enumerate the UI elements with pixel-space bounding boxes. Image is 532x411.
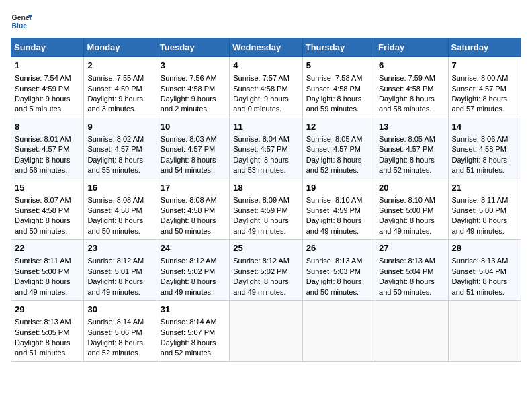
daylight-label: Daylight: 8 hours and 52 minutes.: [379, 156, 435, 174]
sunrise-label: Sunrise: 8:13 AM: [379, 257, 435, 265]
sunset-label: Sunset: 4:58 PM: [87, 206, 142, 214]
sunset-label: Sunset: 4:57 PM: [452, 85, 506, 93]
daylight-label: Daylight: 8 hours and 55 minutes.: [87, 156, 143, 174]
sunset-label: Sunset: 5:00 PM: [15, 267, 69, 275]
daylight-label: Daylight: 8 hours and 53 minutes.: [233, 156, 289, 174]
weekday-header: Friday: [375, 38, 448, 57]
calendar-week-row: 22 Sunrise: 8:11 AM Sunset: 5:00 PM Dayl…: [11, 240, 521, 301]
day-number: 5: [306, 60, 371, 72]
daylight-label: Daylight: 8 hours and 49 minutes.: [379, 216, 435, 234]
calendar-cell: 13 Sunrise: 8:05 AM Sunset: 4:57 PM Dayl…: [375, 118, 448, 179]
calendar-cell: 14 Sunrise: 8:06 AM Sunset: 4:58 PM Dayl…: [448, 118, 521, 179]
day-number: 4: [233, 60, 298, 72]
sunset-label: Sunset: 4:57 PM: [87, 145, 142, 153]
sunrise-label: Sunrise: 8:05 AM: [379, 135, 435, 143]
day-number: 10: [161, 121, 226, 133]
daylight-label: Daylight: 9 hours and 0 minutes.: [233, 95, 289, 113]
sunrise-label: Sunrise: 8:14 AM: [161, 318, 217, 326]
day-number: 27: [379, 242, 444, 255]
sunset-label: Sunset: 5:06 PM: [87, 328, 142, 336]
sunset-label: Sunset: 5:07 PM: [161, 328, 215, 336]
sunset-label: Sunset: 5:01 PM: [87, 267, 142, 275]
sunset-label: Sunset: 4:59 PM: [306, 206, 361, 214]
calendar-cell: 30 Sunrise: 8:14 AM Sunset: 5:06 PM Dayl…: [84, 301, 157, 362]
sunrise-label: Sunrise: 8:09 AM: [233, 196, 290, 204]
sunset-label: Sunset: 5:02 PM: [233, 267, 287, 275]
calendar-cell: 12 Sunrise: 8:05 AM Sunset: 4:57 PM Dayl…: [302, 118, 375, 179]
weekday-header: Monday: [84, 38, 157, 57]
calendar-cell: 17 Sunrise: 8:08 AM Sunset: 4:58 PM Dayl…: [157, 179, 229, 240]
header: General Blue: [11, 11, 521, 32]
calendar-week-row: 1 Sunrise: 7:54 AM Sunset: 4:59 PM Dayli…: [11, 57, 521, 118]
calendar-cell: [230, 301, 302, 362]
calendar-cell: 16 Sunrise: 8:08 AM Sunset: 4:58 PM Dayl…: [84, 179, 157, 240]
day-number: 21: [452, 182, 517, 194]
calendar-cell: 15 Sunrise: 8:07 AM Sunset: 4:58 PM Dayl…: [11, 179, 84, 240]
daylight-label: Daylight: 8 hours and 50 minutes.: [161, 216, 216, 234]
calendar-cell: 31 Sunrise: 8:14 AM Sunset: 5:07 PM Dayl…: [157, 301, 229, 362]
calendar-cell: 7 Sunrise: 8:00 AM Sunset: 4:57 PM Dayli…: [448, 57, 521, 118]
day-number: 24: [161, 242, 226, 255]
daylight-label: Daylight: 8 hours and 49 minutes.: [452, 216, 508, 234]
day-number: 26: [306, 242, 371, 255]
sunrise-label: Sunrise: 8:14 AM: [87, 318, 144, 326]
weekday-header: Saturday: [448, 38, 521, 57]
calendar-cell: [375, 301, 448, 362]
daylight-label: Daylight: 8 hours and 49 minutes.: [15, 277, 71, 295]
sunset-label: Sunset: 4:57 PM: [306, 145, 361, 153]
calendar-cell: 6 Sunrise: 7:59 AM Sunset: 4:58 PM Dayli…: [375, 57, 448, 118]
sunrise-label: Sunrise: 7:56 AM: [161, 74, 217, 82]
sunrise-label: Sunrise: 7:58 AM: [306, 74, 363, 82]
calendar-cell: 11 Sunrise: 8:04 AM Sunset: 4:57 PM Dayl…: [230, 118, 302, 179]
daylight-label: Daylight: 8 hours and 57 minutes.: [452, 95, 508, 113]
daylight-label: Daylight: 8 hours and 52 minutes.: [306, 156, 362, 174]
daylight-label: Daylight: 8 hours and 50 minutes.: [15, 216, 71, 234]
sunrise-label: Sunrise: 8:04 AM: [233, 135, 290, 143]
daylight-label: Daylight: 8 hours and 49 minutes.: [233, 277, 289, 295]
sunset-label: Sunset: 4:59 PM: [87, 85, 142, 93]
calendar-cell: 18 Sunrise: 8:09 AM Sunset: 4:59 PM Dayl…: [230, 179, 302, 240]
sunrise-label: Sunrise: 8:07 AM: [15, 196, 71, 204]
day-number: 9: [87, 121, 152, 133]
day-number: 12: [306, 121, 371, 133]
day-number: 30: [87, 304, 152, 316]
sunset-label: Sunset: 4:57 PM: [379, 145, 433, 153]
day-number: 23: [87, 242, 152, 255]
day-number: 29: [15, 304, 80, 316]
daylight-label: Daylight: 9 hours and 2 minutes.: [161, 95, 216, 113]
sunset-label: Sunset: 4:58 PM: [161, 206, 215, 214]
day-number: 16: [87, 182, 152, 194]
calendar-cell: 20 Sunrise: 8:10 AM Sunset: 5:00 PM Dayl…: [375, 179, 448, 240]
calendar-cell: 24 Sunrise: 8:12 AM Sunset: 5:02 PM Dayl…: [157, 240, 229, 301]
day-number: 14: [452, 121, 517, 133]
calendar-cell: 19 Sunrise: 8:10 AM Sunset: 4:59 PM Dayl…: [302, 179, 375, 240]
calendar-cell: 1 Sunrise: 7:54 AM Sunset: 4:59 PM Dayli…: [11, 57, 84, 118]
sunset-label: Sunset: 4:58 PM: [233, 85, 287, 93]
sunrise-label: Sunrise: 8:06 AM: [452, 135, 508, 143]
calendar-cell: 21 Sunrise: 8:11 AM Sunset: 5:00 PM Dayl…: [448, 179, 521, 240]
daylight-label: Daylight: 8 hours and 49 minutes.: [161, 277, 216, 295]
daylight-label: Daylight: 8 hours and 52 minutes.: [161, 338, 216, 357]
calendar-cell: 5 Sunrise: 7:58 AM Sunset: 4:58 PM Dayli…: [302, 57, 375, 118]
daylight-label: Daylight: 9 hours and 3 minutes.: [87, 95, 143, 113]
sunrise-label: Sunrise: 8:10 AM: [379, 196, 435, 204]
sunset-label: Sunset: 5:03 PM: [306, 267, 361, 275]
calendar-cell: 4 Sunrise: 7:57 AM Sunset: 4:58 PM Dayli…: [230, 57, 302, 118]
sunset-label: Sunset: 4:57 PM: [233, 145, 287, 153]
day-number: 11: [233, 121, 298, 133]
day-number: 8: [15, 121, 80, 133]
day-number: 22: [15, 242, 80, 255]
sunset-label: Sunset: 5:00 PM: [452, 206, 506, 214]
sunrise-label: Sunrise: 7:57 AM: [233, 74, 290, 82]
day-number: 7: [452, 60, 517, 72]
daylight-label: Daylight: 8 hours and 49 minutes.: [87, 277, 143, 295]
day-number: 25: [233, 242, 298, 255]
daylight-label: Daylight: 8 hours and 56 minutes.: [15, 156, 71, 174]
sunset-label: Sunset: 4:59 PM: [233, 206, 287, 214]
day-number: 31: [161, 304, 226, 316]
sunrise-label: Sunrise: 8:12 AM: [87, 257, 144, 265]
sunrise-label: Sunrise: 8:12 AM: [161, 257, 217, 265]
sunrise-label: Sunrise: 8:08 AM: [161, 196, 217, 204]
sunset-label: Sunset: 4:57 PM: [161, 145, 215, 153]
day-number: 19: [306, 182, 371, 194]
